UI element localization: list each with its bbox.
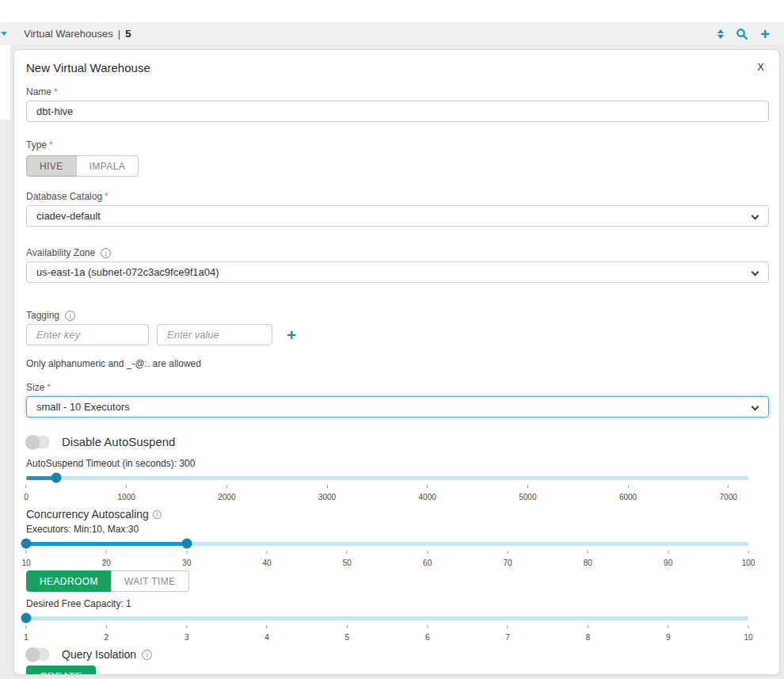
list-header-title: Virtual Warehouses | 5 [24, 28, 131, 40]
desired-free-capacity-slider[interactable]: 12345678910 [26, 612, 748, 643]
executors-range-slider[interactable]: 102030405060708090100 [26, 537, 748, 569]
slider-track[interactable] [26, 476, 748, 480]
required-asterisk: * [54, 86, 58, 97]
slider-tick: 2000 [218, 485, 235, 503]
slider-handle[interactable] [21, 613, 32, 624]
slider-tick: 1 [24, 625, 29, 643]
chevron-down-icon [752, 212, 759, 220]
sort-icon[interactable] [717, 29, 724, 39]
tagging-hint: Only alphanumeric and _-@:. are allowed [26, 358, 767, 369]
size-label: Size* [26, 382, 767, 393]
type-hive-button[interactable]: HIVE [26, 155, 77, 177]
add-warehouse-icon[interactable]: + [760, 28, 770, 40]
sort-up-triangle [717, 29, 724, 33]
info-icon[interactable] [153, 510, 162, 519]
slider-tick: 2 [105, 625, 109, 643]
info-icon[interactable] [142, 650, 152, 660]
slider-tick: 100 [742, 551, 755, 569]
slider-tick: 0 [24, 485, 29, 503]
headroom-button[interactable]: HEADROOM [26, 570, 112, 592]
type-impala-button[interactable]: IMPALA [76, 155, 139, 177]
database-catalog-label: Database Catalog* [26, 191, 767, 202]
autosuspend-timeout-label: AutoSuspend Timeout (in seconds): 300 [26, 458, 767, 469]
chevron-down-icon [752, 403, 759, 411]
desired-free-capacity-label: Desired Free Capacity: 1 [26, 598, 767, 609]
slider-ticks: 12345678910 [26, 625, 748, 643]
autosuspend-timeout-slider[interactable]: 01000200030004000500060007000 [26, 471, 748, 503]
executors-range-label: Executors: Min:10, Max:30 [26, 524, 767, 535]
slider-tick: 70 [503, 551, 512, 569]
chevron-down-icon [752, 269, 759, 277]
size-value: small - 10 Executors [36, 401, 130, 413]
database-catalog-select[interactable]: ciadev-default [26, 205, 769, 227]
name-input[interactable] [26, 101, 769, 122]
slider-handle[interactable] [51, 473, 61, 483]
slider-tick: 20 [102, 551, 111, 569]
slider-fill [26, 542, 187, 546]
list-title-separator: | [118, 28, 120, 40]
collapse-caret-icon[interactable] [1, 32, 7, 36]
slider-tick: 5000 [519, 485, 536, 503]
scaling-strategy-group: HEADROOM WAIT TIME [26, 570, 189, 592]
add-tag-icon[interactable]: + [287, 327, 296, 343]
background-panel-remnant [0, 45, 10, 120]
name-label: Name* [26, 86, 767, 97]
slider-tick: 60 [423, 551, 432, 569]
slider-tick: 10 [744, 625, 752, 643]
size-select[interactable]: small - 10 Executors [26, 396, 769, 418]
search-icon[interactable] [736, 28, 748, 40]
close-icon[interactable]: X [754, 61, 767, 73]
slider-tick: 9 [666, 625, 671, 643]
list-title-text: Virtual Warehouses [24, 28, 113, 40]
info-icon[interactable] [65, 311, 75, 321]
create-button[interactable]: CREATE [26, 666, 96, 675]
query-isolation-toggle[interactable] [26, 648, 50, 661]
required-asterisk: * [47, 382, 51, 393]
type-label: Type* [26, 139, 767, 151]
type-toggle-group: HIVE IMPALA [26, 155, 139, 177]
slider-handle[interactable] [21, 539, 32, 549]
tagging-label: Tagging [26, 310, 767, 321]
slider-tick: 30 [182, 551, 191, 569]
slider-tick: 40 [262, 551, 271, 569]
disable-autosuspend-label: Disable AutoSuspend [62, 435, 175, 448]
toggle-knob [25, 435, 40, 449]
slider-tick: 50 [343, 551, 352, 569]
list-header-bar: Virtual Warehouses | 5 + [0, 22, 784, 45]
tag-value-input[interactable] [157, 324, 272, 345]
warehouse-count: 5 [125, 28, 131, 40]
slider-tick: 10 [21, 551, 30, 569]
new-virtual-warehouse-modal: New Virtual Warehouse X Name* Type* HIVE… [13, 49, 780, 675]
sort-down-triangle [717, 35, 724, 39]
wait-time-button[interactable]: WAIT TIME [111, 570, 189, 592]
concurrency-autoscaling-title: Concurrency Autoscaling [26, 508, 767, 521]
tag-key-input[interactable] [26, 324, 149, 345]
availability-zone-label: Availability Zone [26, 247, 767, 258]
slider-tick: 4000 [419, 485, 436, 503]
slider-track[interactable] [26, 616, 748, 620]
slider-ticks: 102030405060708090100 [26, 551, 748, 568]
disable-autosuspend-toggle[interactable] [26, 436, 50, 448]
availability-zone-value: us-east-1a (subnet-072c3ac9fce9f1a04) [36, 266, 219, 278]
database-catalog-value: ciadev-default [36, 210, 101, 222]
query-isolation-label: Query Isolation [62, 648, 136, 661]
slider-tick: 8 [586, 625, 591, 643]
slider-tick: 7 [505, 625, 510, 643]
modal-title: New Virtual Warehouse [26, 61, 150, 74]
slider-handle[interactable] [181, 539, 192, 549]
info-icon[interactable] [101, 248, 111, 258]
slider-tick: 3 [185, 625, 189, 643]
availability-zone-select[interactable]: us-east-1a (subnet-072c3ac9fce9f1a04) [26, 261, 769, 283]
slider-tick: 6 [425, 625, 430, 643]
required-asterisk: * [105, 191, 108, 202]
slider-tick: 3000 [318, 485, 336, 503]
slider-tick: 7000 [720, 485, 737, 503]
required-asterisk: * [49, 139, 53, 151]
slider-tick: 90 [664, 551, 672, 569]
slider-ticks: 01000200030004000500060007000 [26, 485, 748, 502]
toggle-knob [25, 647, 40, 662]
slider-tick: 80 [584, 551, 592, 569]
slider-tick: 1000 [118, 485, 135, 503]
slider-tick: 6000 [619, 485, 637, 503]
slider-tick: 4 [265, 625, 269, 643]
